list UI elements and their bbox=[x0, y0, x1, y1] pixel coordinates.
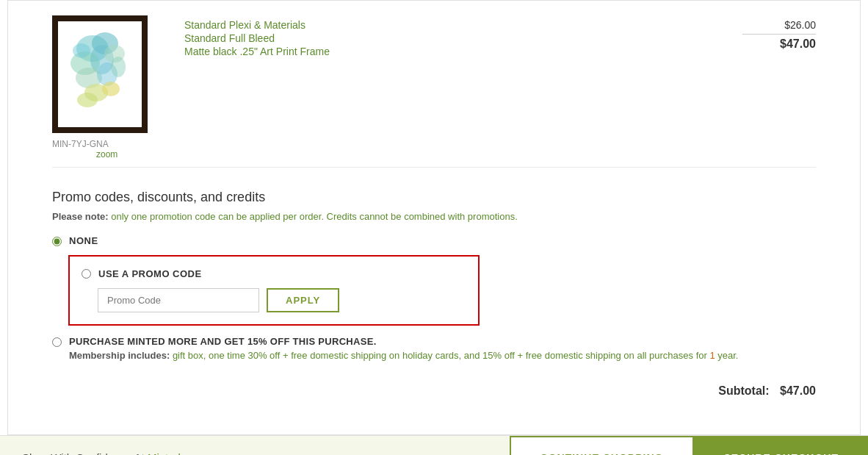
promo-title: Promo codes, discounts, and credits bbox=[52, 190, 816, 205]
confidence-brand: Minted bbox=[148, 451, 181, 455]
subtotal-row: Subtotal: $47.00 bbox=[52, 370, 816, 405]
confidence-text: Shop With Confidence At Minted. bbox=[22, 451, 184, 455]
promo-code-box: USE A PROMO CODE APPLY bbox=[68, 255, 480, 326]
svg-point-8 bbox=[102, 82, 120, 96]
promo-code-input[interactable] bbox=[98, 288, 259, 312]
continue-shopping-button[interactable]: CONTINUE SHOPPING bbox=[510, 436, 695, 455]
promo-note: Please note: only one promotion code can… bbox=[52, 211, 816, 222]
footer-bar: Shop With Confidence At Minted. CONTINUE… bbox=[0, 435, 868, 455]
promo-section: Promo codes, discounts, and credits Plea… bbox=[52, 168, 816, 420]
membership-prefix: Membership includes: bbox=[69, 350, 173, 361]
subtotal-label: Subtotal: bbox=[718, 384, 769, 397]
promo-note-highlight: only one promotion code can be applied p… bbox=[111, 211, 518, 222]
product-image bbox=[52, 15, 148, 133]
page-wrapper: MIN-7YJ-GNA zoom Standard Plexi & Materi… bbox=[0, 0, 868, 455]
promo-code-radio[interactable] bbox=[82, 269, 91, 279]
promo-input-row: APPLY bbox=[82, 288, 466, 312]
svg-point-11 bbox=[111, 57, 126, 77]
none-radio[interactable] bbox=[52, 237, 62, 246]
promo-code-label: USE A PROMO CODE bbox=[82, 268, 466, 279]
price-item: $26.00 bbox=[742, 19, 816, 31]
membership-desc: Membership includes: gift box, one time … bbox=[69, 350, 738, 361]
membership-desc-1: gift box, one time 30% off + free domest… bbox=[173, 350, 710, 361]
promo-note-bold: Please note: bbox=[52, 211, 111, 222]
promo-code-label-text: USE A PROMO CODE bbox=[98, 268, 202, 279]
product-option-bleed: Standard Full Bleed bbox=[184, 32, 742, 44]
main-content: MIN-7YJ-GNA zoom Standard Plexi & Materi… bbox=[7, 0, 861, 435]
product-sku: MIN-7YJ-GNA bbox=[52, 139, 109, 149]
subtotal-amount: $47.00 bbox=[780, 384, 816, 397]
product-option-frame: Matte black .25" Art Print Frame bbox=[184, 46, 742, 57]
secure-checkout-button[interactable]: SECURE CHECKOUT bbox=[694, 436, 868, 455]
membership-desc-2: year. bbox=[717, 350, 738, 361]
footer-buttons: CONTINUE SHOPPING SECURE CHECKOUT bbox=[510, 436, 868, 455]
product-option-plexi: Standard Plexi & Materials bbox=[184, 19, 742, 31]
zoom-link[interactable]: zoom bbox=[96, 149, 117, 160]
product-meta: MIN-7YJ-GNA zoom bbox=[52, 139, 170, 160]
membership-radio[interactable] bbox=[52, 337, 62, 347]
price-total: $47.00 bbox=[742, 34, 816, 51]
product-pricing: $26.00 $47.00 bbox=[742, 15, 816, 51]
svg-point-10 bbox=[73, 43, 90, 58]
apply-button[interactable]: APPLY bbox=[267, 288, 339, 312]
svg-point-9 bbox=[77, 93, 98, 107]
membership-content: PURCHASE MINTED MORE AND GET 15% OFF THI… bbox=[69, 336, 738, 361]
membership-label: PURCHASE MINTED MORE AND GET 15% OFF THI… bbox=[69, 336, 738, 347]
product-image-wrap: MIN-7YJ-GNA zoom bbox=[52, 15, 170, 160]
membership-year: 1 bbox=[709, 350, 715, 361]
none-label: NONE bbox=[69, 235, 98, 246]
product-details: Standard Plexi & Materials Standard Full… bbox=[170, 15, 742, 59]
artwork-svg bbox=[59, 23, 140, 126]
product-section: MIN-7YJ-GNA zoom Standard Plexi & Materi… bbox=[52, 8, 816, 168]
membership-option: PURCHASE MINTED MORE AND GET 15% OFF THI… bbox=[52, 336, 816, 361]
confidence-section: Shop With Confidence At Minted. bbox=[0, 436, 510, 455]
none-option: NONE bbox=[52, 235, 816, 246]
